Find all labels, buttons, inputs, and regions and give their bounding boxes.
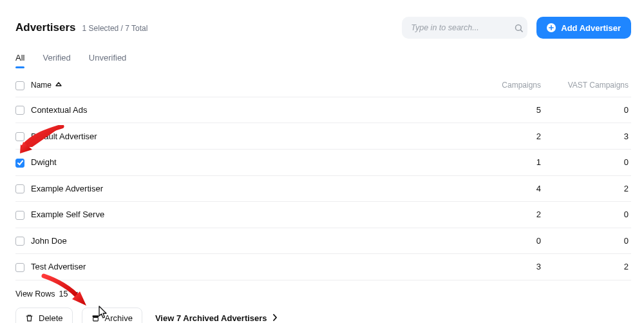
tab-verified[interactable]: Verified [43,53,70,68]
svg-line-1 [520,30,522,32]
view-rows-label: View Rows [15,289,55,299]
row-checkbox[interactable] [15,106,24,115]
tab-all[interactable]: All [15,53,24,68]
page-root: { "header": { "title": "Advertisers", "s… [0,0,644,323]
table-row: Contextual Ads50 [15,97,631,123]
row-name[interactable]: Dwight [31,157,57,167]
column-header-campaigns[interactable]: Campaigns [502,81,541,90]
table-row: Test Advertiser32 [15,254,631,280]
row-vast-campaigns: 0 [541,228,631,254]
row-vast-campaigns: 3 [541,123,631,150]
row-checkbox[interactable] [15,237,24,246]
column-header-vast[interactable]: VAST Campaigns [568,81,629,90]
row-name[interactable]: Contextual Ads [31,105,87,115]
page-subtitle: 1 Selected / 7 Total [82,24,148,33]
row-campaigns: 1 [464,149,541,175]
row-checkbox[interactable] [15,263,24,272]
row-vast-campaigns: 2 [541,254,631,280]
table-row: John Doe00 [15,228,631,254]
row-checkbox[interactable] [15,211,24,220]
bulk-action-row: Delete Archive View 7 Archived Advertise… [15,308,631,323]
row-checkbox[interactable] [15,132,24,141]
title-group: Advertisers 1 Selected / 7 Total [15,21,147,34]
search-input[interactable] [410,23,514,33]
row-campaigns: 3 [464,254,541,280]
tabs: AllVerifiedUnverified [15,53,631,68]
sort-asc-icon [55,81,62,89]
row-campaigns: 5 [464,97,541,123]
advertisers-table: Name Campaigns VAST Campaigns Contextual… [15,74,631,280]
view-rows-value: 15 [59,289,68,299]
chevron-down-icon [72,290,79,298]
row-name[interactable]: Default Advertiser [31,132,97,141]
row-campaigns: 2 [464,202,541,228]
row-vast-campaigns: 0 [541,97,631,123]
row-campaigns: 2 [464,123,541,150]
search-box[interactable] [402,17,527,39]
table-row: Dwight10 [15,149,631,175]
delete-button[interactable]: Delete [15,308,73,323]
add-advertiser-button[interactable]: Add Advertiser [536,17,631,39]
archived-link-label: View 7 Archived Advertisers [155,313,267,323]
table-row: Example Advertiser42 [15,175,631,202]
row-checkbox[interactable] [15,159,24,168]
trash-icon [25,314,33,322]
row-checkbox[interactable] [15,184,24,193]
name-label: Name [31,81,52,90]
select-all-checkbox[interactable] [15,81,24,90]
search-icon [514,23,524,33]
archive-icon [91,314,100,322]
svg-rect-3 [93,318,98,321]
view-rows-selector[interactable]: View Rows 15 [15,289,631,299]
top-actions: Add Advertiser [402,17,631,39]
svg-rect-2 [92,315,99,317]
row-campaigns: 0 [464,228,541,254]
top-bar: Advertisers 1 Selected / 7 Total Add Adv… [15,17,631,39]
column-header-name[interactable]: Name [31,81,464,90]
row-vast-campaigns: 2 [541,175,631,202]
row-name[interactable]: Example Advertiser [31,184,103,193]
view-archived-link[interactable]: View 7 Archived Advertisers [155,313,278,323]
delete-label: Delete [39,313,63,323]
archive-button[interactable]: Archive [82,308,142,323]
chevron-right-icon [272,313,278,323]
row-vast-campaigns: 0 [541,149,631,175]
page-title: Advertisers [15,21,76,34]
table-row: Default Advertiser23 [15,123,631,150]
tab-unverified[interactable]: Unverified [89,53,127,68]
row-name[interactable]: John Doe [31,236,67,246]
row-campaigns: 4 [464,175,541,202]
add-advertiser-label: Add Advertiser [561,23,621,33]
archive-label: Archive [105,313,133,323]
row-name[interactable]: Test Advertiser [31,262,86,271]
plus-icon [547,23,556,32]
row-vast-campaigns: 0 [541,202,631,228]
table-row: Example Self Serve20 [15,202,631,228]
row-name[interactable]: Example Self Serve [31,210,104,219]
